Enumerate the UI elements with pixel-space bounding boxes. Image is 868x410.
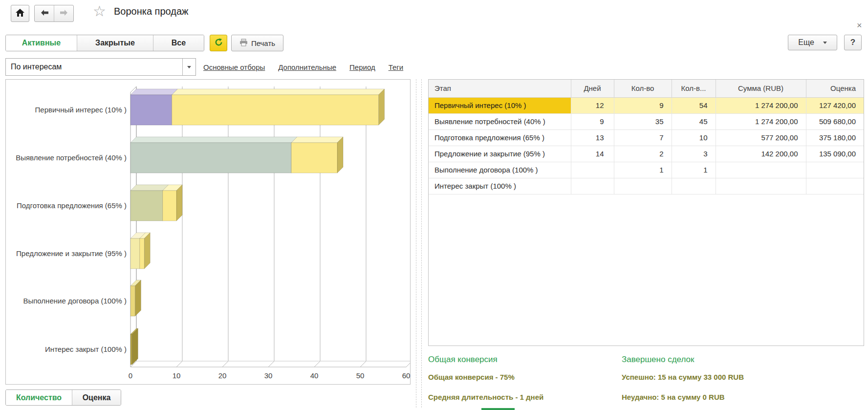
axis-tick xyxy=(268,361,274,367)
column-header-days[interactable]: Дней xyxy=(571,80,614,97)
table-cell[interactable] xyxy=(571,178,614,194)
refresh-button[interactable] xyxy=(210,35,227,51)
funnel-bar-segment[interactable] xyxy=(132,328,138,365)
table-cell[interactable]: 2 xyxy=(614,146,672,162)
table-cell[interactable]: 1 274 200,00 xyxy=(716,97,806,113)
table-cell[interactable]: 14 xyxy=(571,146,614,162)
tab-closed-deals[interactable]: Закрытые xyxy=(77,35,153,51)
link-tags[interactable]: Теги xyxy=(389,63,404,71)
funnel-bar-segment[interactable] xyxy=(140,238,144,269)
column-header-score[interactable]: Оценка xyxy=(806,80,864,97)
funnel-bar-segment[interactable] xyxy=(130,143,291,173)
table-cell[interactable]: 45 xyxy=(672,113,716,129)
funnel-bar-segment[interactable] xyxy=(130,95,172,125)
table-cell[interactable]: 12 xyxy=(571,97,614,113)
table-cell[interactable]: 1 xyxy=(672,162,716,178)
table-cell[interactable]: 509 680,00 xyxy=(806,113,864,129)
table-cell[interactable] xyxy=(716,178,806,194)
column-header-count[interactable]: Кол-во xyxy=(614,80,672,97)
table-cell[interactable] xyxy=(806,178,864,194)
column-header-stage[interactable]: Этап xyxy=(429,80,571,97)
tab-score[interactable]: Оценка xyxy=(72,390,121,405)
funnel-bar-segment[interactable] xyxy=(130,286,135,316)
funnel-bar-segment[interactable] xyxy=(172,89,385,95)
table-cell[interactable]: 577 200,00 xyxy=(716,129,806,146)
axis-tick xyxy=(222,361,228,367)
table-cell[interactable] xyxy=(672,178,716,194)
tab-quantity[interactable]: Количество xyxy=(6,390,72,405)
panel-splitter[interactable] xyxy=(416,79,422,408)
table-row[interactable]: Первичный интерес (10% )129541 274 200,0… xyxy=(429,97,864,113)
table-cell[interactable]: 1 274 200,00 xyxy=(716,113,806,129)
link-period[interactable]: Период xyxy=(349,63,375,71)
funnel-bar-segment[interactable] xyxy=(135,280,141,316)
table-cell[interactable]: Выявление потребностей (40% ) xyxy=(429,113,571,129)
column-header-count-total[interactable]: Кол-в... xyxy=(672,80,716,97)
table-row[interactable]: Выявление потребностей (40% )935451 274 … xyxy=(429,113,864,129)
funnel-bar-segment[interactable] xyxy=(144,233,150,269)
funnel-bar-segment[interactable] xyxy=(130,185,169,191)
table-cell[interactable]: Выполнение договора (100% ) xyxy=(429,162,571,178)
forward-button[interactable] xyxy=(54,5,73,22)
more-button[interactable]: Еще xyxy=(788,35,837,50)
close-icon[interactable]: × xyxy=(857,21,862,31)
table-cell[interactable]: Интерес закрыт (100% ) xyxy=(429,178,571,194)
table-cell[interactable]: Подготовка предложения (65% ) xyxy=(429,129,571,146)
funnel-bar-segment[interactable] xyxy=(130,137,297,143)
funnel-bar-segment[interactable] xyxy=(130,334,132,365)
table-cell[interactable]: 1 xyxy=(614,162,672,178)
stage-table-panel: Этап Дней Кол-во Кол-в... Сумма (RUB) Оц… xyxy=(428,79,864,346)
favorite-star-icon[interactable]: ☆ xyxy=(93,4,106,19)
table-cell[interactable]: 375 180,00 xyxy=(806,129,864,146)
combobox-dropdown-button[interactable] xyxy=(182,59,195,75)
table-row[interactable]: Интерес закрыт (100% ) xyxy=(429,178,864,194)
funnel-bar-segment[interactable] xyxy=(291,143,337,173)
table-row[interactable]: Выполнение договора (100% )11 xyxy=(429,162,864,178)
chart-left-wall xyxy=(130,86,136,367)
tab-active-deals[interactable]: Активные xyxy=(6,35,77,51)
table-cell[interactable]: 127 420,00 xyxy=(806,97,864,113)
tab-all-deals[interactable]: Все xyxy=(153,35,204,51)
table-row[interactable]: Подготовка предложения (65% )13710577 20… xyxy=(429,129,864,146)
funnel-bar-segment[interactable] xyxy=(379,89,385,125)
table-cell[interactable]: 7 xyxy=(614,129,672,146)
funnel-bar-segment[interactable] xyxy=(337,137,343,173)
home-button[interactable] xyxy=(11,5,29,22)
funnel-bar-segment[interactable] xyxy=(130,89,178,95)
table-cell[interactable]: 135 090,00 xyxy=(806,146,864,162)
funnel-bar-segment[interactable] xyxy=(176,185,182,221)
funnel-bar-segment[interactable] xyxy=(163,191,176,221)
link-additional-filters[interactable]: Дополнительные xyxy=(278,63,336,71)
table-cell[interactable] xyxy=(806,162,864,178)
table-row[interactable]: Предложение и закрытие (95% )1423142 200… xyxy=(429,146,864,162)
table-cell[interactable]: 3 xyxy=(672,146,716,162)
funnel-bar-segment[interactable] xyxy=(291,137,343,143)
table-cell[interactable] xyxy=(716,162,806,178)
column-header-sum[interactable]: Сумма (RUB) xyxy=(716,80,806,97)
link-main-filters[interactable]: Основные отборы xyxy=(203,63,265,71)
table-cell[interactable]: 35 xyxy=(614,113,672,129)
print-button[interactable]: Печать xyxy=(231,35,283,51)
axis-tick xyxy=(176,361,182,367)
back-button[interactable] xyxy=(35,5,54,22)
table-cell[interactable] xyxy=(571,162,614,178)
category-label: Интерес закрыт (100% ) xyxy=(45,345,127,353)
funnel-bar-segment[interactable] xyxy=(130,238,140,269)
funnel-chart[interactable]: 0102030405060Первичный интерес (10% )Выя… xyxy=(5,79,411,385)
table-cell[interactable]: 9 xyxy=(614,97,672,113)
axis-tick xyxy=(314,361,320,367)
funnel-bar-segment[interactable] xyxy=(172,95,379,125)
table-cell[interactable]: 10 xyxy=(672,129,716,146)
table-cell[interactable] xyxy=(614,178,672,194)
table-cell[interactable]: 54 xyxy=(672,97,716,113)
table-cell[interactable]: Первичный интерес (10% ) xyxy=(429,97,571,113)
table-cell[interactable]: Предложение и закрытие (95% ) xyxy=(429,146,571,162)
help-button[interactable]: ? xyxy=(844,35,862,50)
deals-title: Завершено сделок xyxy=(622,355,694,365)
funnel-kind-combobox[interactable]: По интересам xyxy=(5,58,196,76)
table-cell[interactable]: 13 xyxy=(571,129,614,146)
funnel-bar-segment[interactable] xyxy=(130,191,163,221)
table-cell[interactable]: 9 xyxy=(571,113,614,129)
chevron-down-icon xyxy=(823,42,827,44)
table-cell[interactable]: 142 200,00 xyxy=(716,146,806,162)
